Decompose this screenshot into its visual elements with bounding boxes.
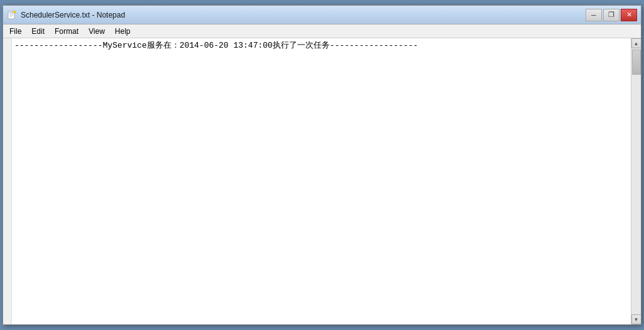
title-bar-left: SchedulerService.txt - Notepad [7,10,125,20]
scroll-track[interactable] [631,48,641,314]
menu-bar: File Edit Format View Help [3,24,641,38]
scroll-down-button[interactable]: ▼ [631,314,641,324]
svg-rect-4 [9,16,12,17]
title-bar: SchedulerService.txt - Notepad ─ ❐ ✕ [3,6,641,24]
svg-rect-3 [9,15,13,16]
svg-rect-2 [9,14,13,14]
svg-rect-1 [9,13,13,13]
window-title: SchedulerService.txt - Notepad [21,11,125,19]
close-button[interactable]: ✕ [621,9,637,21]
menu-view[interactable]: View [84,24,110,38]
text-editor[interactable] [12,38,631,324]
menu-format[interactable]: Format [50,24,84,38]
svg-rect-5 [13,11,16,13]
menu-help[interactable]: Help [110,24,136,38]
scroll-up-button[interactable]: ▲ [631,38,641,48]
restore-button[interactable]: ❐ [603,9,619,21]
notepad-window: SchedulerService.txt - Notepad ─ ❐ ✕ Fil… [3,5,641,325]
notepad-icon [7,10,17,20]
minimize-button[interactable]: ─ [586,9,602,21]
menu-edit[interactable]: Edit [26,24,50,38]
content-area: ▲ ▼ [3,38,641,324]
line-numbers [3,38,12,324]
menu-file[interactable]: File [4,24,26,38]
scroll-thumb[interactable] [632,50,641,75]
window-controls: ─ ❐ ✕ [586,9,637,21]
vertical-scrollbar[interactable]: ▲ ▼ [631,38,641,324]
